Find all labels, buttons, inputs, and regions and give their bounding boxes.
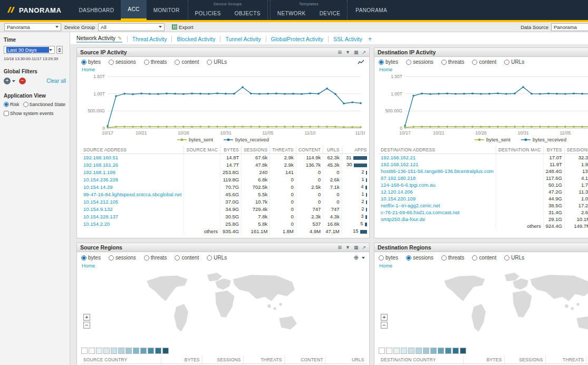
zoom-in-button[interactable]: + [381, 314, 388, 321]
column-header[interactable]: SESSIONS [564, 146, 588, 154]
nav-monitor[interactable]: MONITOR [147, 0, 187, 20]
data-source-select[interactable]: Panorama [551, 23, 588, 31]
column-header[interactable]: SOURCE COUNTRY [81, 356, 161, 364]
time-stepper[interactable] [56, 46, 63, 54]
export-button[interactable]: Export [172, 24, 193, 30]
metric-radio-threats[interactable]: threats [144, 255, 167, 261]
show-system-events-checkbox[interactable]: Show system events [4, 111, 54, 116]
tab-tunnel-activity[interactable]: Tunnel Activity [220, 36, 261, 42]
metric-radio-sessions[interactable]: sessions [406, 59, 433, 65]
zoom-in-button[interactable]: + [83, 314, 90, 321]
address-link[interactable]: smtp250.dia-four.de [381, 216, 425, 222]
metric-radio-bytes[interactable]: bytes [379, 59, 398, 65]
tab-threat-activity[interactable]: Threat Activity [127, 36, 167, 42]
column-header[interactable]: CONTENT [284, 356, 325, 364]
metric-radio-sessions[interactable]: sessions [109, 59, 136, 65]
popout-icon[interactable]: ↗ [362, 245, 366, 250]
clear-all-link[interactable]: Clear all [46, 78, 66, 84]
address-link[interactable]: c-76-21-69-86.hsd1.ca.comcast.net [381, 209, 459, 215]
nav-policies[interactable]: POLICIES [188, 6, 228, 20]
nav-acc[interactable]: ACC [121, 0, 146, 20]
column-header[interactable]: SESSIONS [202, 356, 243, 364]
metric-radio-urls[interactable]: URLs [504, 255, 524, 261]
column-header[interactable]: THREATS [545, 356, 586, 364]
address-link[interactable]: 10.154.236.228 [83, 177, 118, 182]
column-header[interactable]: SOURCE ADDRESS [81, 146, 184, 154]
remove-filter-icon[interactable]: − [19, 78, 26, 84]
column-header[interactable]: THREATS [270, 146, 296, 154]
metric-radio-content[interactable]: content [472, 255, 496, 261]
column-header[interactable]: BYTES [543, 146, 564, 154]
breadcrumb-home[interactable]: Home [379, 66, 392, 72]
column-header[interactable]: DESTINATION MAC [496, 146, 543, 154]
zoom-out-button[interactable]: − [381, 322, 388, 329]
column-header[interactable]: SESSIONS [242, 146, 270, 154]
tab-ssl-activity[interactable]: SSL Activity [328, 36, 362, 42]
column-header[interactable]: SESSIONS [504, 356, 545, 364]
column-header[interactable]: DESTINATION COUNTRY [379, 356, 463, 364]
address-link[interactable]: 10.154.228.137 [83, 214, 118, 219]
add-tab-button[interactable]: + [368, 35, 372, 43]
filter-icon[interactable]: ▼ [345, 245, 350, 250]
risk-radio[interactable]: Risk [4, 102, 20, 107]
table-view-icon[interactable]: ▦ [354, 50, 359, 55]
popout-icon[interactable]: ↗ [362, 50, 366, 55]
address-link[interactable]: 192.168.162.121 [381, 161, 418, 167]
address-link[interactable]: 10.154.2.20 [83, 221, 110, 227]
add-filter-icon[interactable]: + [4, 78, 11, 84]
metric-radio-threats[interactable]: threats [144, 59, 167, 65]
metric-radio-threats[interactable]: threats [441, 255, 465, 261]
column-header[interactable]: DESTINATION ADDRESS [379, 146, 496, 154]
table-view-icon[interactable]: ▦ [354, 245, 359, 250]
column-header[interactable]: SOURCE MAC [184, 146, 220, 154]
maximize-icon[interactable]: ⊞ [338, 50, 342, 55]
address-link[interactable]: 192.168.1.199 [83, 169, 115, 175]
chart-jump-icon[interactable] [358, 60, 365, 65]
chevron-down-icon[interactable] [12, 80, 15, 82]
address-link[interactable]: 10.154.14.29 [83, 184, 112, 190]
address-link[interactable]: 10.154.212.105 [83, 199, 118, 205]
sanctioned-state-radio[interactable]: Sanctioned State [23, 102, 66, 107]
tab-globalprotect-activity[interactable]: GlobalProtect Activity [266, 36, 323, 42]
column-header[interactable]: THREATS [243, 356, 284, 364]
address-link[interactable]: 10.154.220.109 [381, 196, 416, 201]
globe-icon[interactable]: ⊕ [354, 254, 359, 261]
breadcrumb-home[interactable]: Home [82, 66, 95, 72]
maximize-icon[interactable]: ⊞ [338, 245, 342, 250]
nav-panorama[interactable]: PANORAMA [349, 0, 394, 20]
filter-icon[interactable]: ▼ [345, 50, 350, 55]
address-link[interactable]: 99-47-16-84.lightspeed.sntcca.sbcglobal.… [83, 191, 181, 197]
column-header[interactable]: BYTES [161, 356, 202, 364]
nav-device[interactable]: DEVICE [313, 6, 348, 20]
metric-radio-threats[interactable]: threats [441, 59, 465, 65]
chevron-down-icon[interactable] [362, 257, 365, 259]
address-link[interactable]: 67.192.180.218 [381, 175, 416, 181]
column-header[interactable]: BYTES [463, 356, 504, 364]
column-header[interactable]: BYTES [220, 146, 242, 154]
address-link[interactable]: 192.168.160.51 [83, 155, 118, 160]
device-group-select[interactable]: All [98, 23, 165, 31]
address-link[interactable]: 12.120.14.206 [381, 189, 413, 195]
metric-radio-content[interactable]: content [472, 59, 496, 65]
nav-dashboard[interactable]: DASHBOARD [72, 0, 121, 20]
column-header[interactable]: APPS [342, 146, 369, 154]
breadcrumb-home[interactable]: Home [82, 263, 95, 268]
nav-objects[interactable]: OBJECTS [228, 6, 267, 20]
breadcrumb-home[interactable]: Home [379, 263, 392, 268]
address-link[interactable]: host86-136-151-56.range86-136.btcentralp… [381, 168, 494, 174]
address-link[interactable]: netflix-1--tri-agg2.cenic.net [381, 203, 440, 208]
metric-radio-bytes[interactable]: bytes [81, 59, 101, 65]
metric-radio-urls[interactable]: URLs [207, 255, 227, 261]
world-map[interactable] [81, 268, 365, 347]
address-link[interactable]: 10.154.9.132 [83, 206, 112, 212]
address-link[interactable]: 192.168.161.26 [83, 162, 118, 168]
address-link[interactable]: 124-168-6-6.tpgi.com.au [381, 182, 436, 188]
metric-radio-urls[interactable]: URLs [504, 59, 524, 65]
tab-blocked-activity[interactable]: Blocked Activity [171, 36, 215, 42]
world-map[interactable] [379, 268, 588, 347]
column-header[interactable]: CONTENT [296, 146, 323, 154]
destination-regions-map[interactable]: + − [379, 268, 588, 347]
metric-radio-sessions[interactable]: sessions [109, 255, 136, 261]
zoom-out-button[interactable]: − [83, 322, 90, 329]
context-select[interactable]: Panorama [4, 23, 61, 31]
